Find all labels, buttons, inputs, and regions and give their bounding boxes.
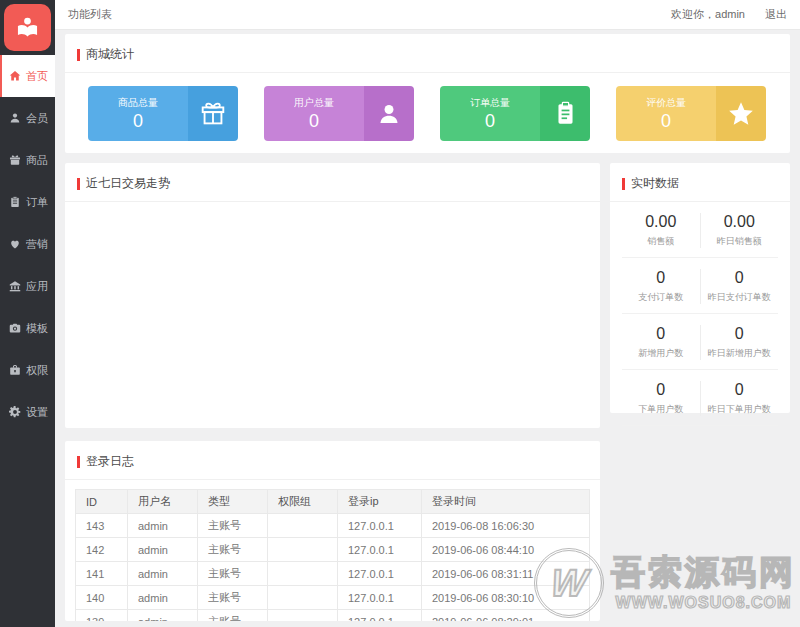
star-icon (716, 86, 766, 141)
stat-card-label: 订单总量 (470, 96, 510, 110)
stat-label: 昨日支付订单数 (701, 291, 779, 304)
column-header: 登录ip (338, 490, 422, 514)
sidebar-item-settings[interactable]: 设置 (0, 391, 55, 433)
realtime-row: 0.00 销售额 0.00 昨日销售额 (622, 202, 778, 258)
topbar-title: 功能列表 (68, 7, 112, 22)
cell-id: 139 (76, 610, 128, 622)
cell-ip: 127.0.0.1 (338, 562, 422, 586)
stat-value: 0 (701, 325, 779, 343)
realtime-panel: 实时数据 0.00 销售额 0.00 昨日销售额 0 支付订单数 (610, 163, 790, 413)
cell-ip: 127.0.0.1 (338, 538, 422, 562)
stat-value: 0 (622, 325, 700, 343)
gear-icon (9, 406, 21, 418)
stat-cards: 商品总量 0 用户总量 0 订单总量 0 (65, 73, 790, 141)
sidebar-item-marketing[interactable]: 营销 (0, 223, 55, 265)
realtime-stat: 0 昨日下单用户数 (701, 381, 779, 416)
cell-id: 141 (76, 562, 128, 586)
realtime-heading: 实时数据 (610, 163, 790, 202)
sidebar-item-label: 首页 (26, 69, 48, 84)
cell-group (268, 586, 338, 610)
table-row: 141 admin 主账号 127.0.0.1 2019-06-06 08:31… (76, 562, 590, 586)
section-marker (77, 49, 80, 61)
cell-group (268, 562, 338, 586)
cell-type: 主账号 (198, 538, 268, 562)
sidebar-item-label: 设置 (26, 405, 48, 420)
sidebar-item-templates[interactable]: 模板 (0, 307, 55, 349)
cell-group (268, 514, 338, 538)
stat-card-reviews[interactable]: 评价总量 0 (616, 86, 766, 141)
trend-chart-panel: 近七日交易走势 (65, 163, 600, 428)
column-header: 权限组 (268, 490, 338, 514)
chart-area (65, 202, 600, 422)
stat-value: 0 (701, 269, 779, 287)
cell-id: 140 (76, 586, 128, 610)
realtime-stat: 0 下单用户数 (622, 381, 701, 416)
sidebar-item-orders[interactable]: 订单 (0, 181, 55, 223)
stat-card-label: 商品总量 (118, 96, 158, 110)
gift-icon (188, 86, 238, 141)
sidebar-item-label: 应用 (26, 279, 48, 294)
stat-card-users[interactable]: 用户总量 0 (264, 86, 414, 141)
cell-username: admin (128, 610, 198, 622)
sidebar-nav: 首页 会员 商品 订单 营销 应用 模板 权限 (0, 55, 55, 433)
content-row: 近七日交易走势 登录日志 ID 用户名 类型 权限组 (65, 163, 790, 621)
sidebar-item-members[interactable]: 会员 (0, 97, 55, 139)
app-logo[interactable] (0, 0, 55, 55)
stat-card-value: 0 (661, 111, 671, 132)
stat-value: 0.00 (622, 213, 700, 231)
welcome-text: 欢迎你，admin (671, 7, 745, 22)
bank-icon (9, 280, 21, 292)
section-marker (622, 178, 625, 190)
sidebar-item-label: 模板 (26, 321, 48, 336)
stat-card-label: 用户总量 (294, 96, 334, 110)
column-header: 登录时间 (422, 490, 590, 514)
stat-card-orders[interactable]: 订单总量 0 (440, 86, 590, 141)
login-log-heading: 登录日志 (65, 441, 600, 480)
table-row: 139 admin 主账号 127.0.0.1 2019-06-06 08:29… (76, 610, 590, 622)
cell-username: admin (128, 514, 198, 538)
column-header: ID (76, 490, 128, 514)
cell-type: 主账号 (198, 586, 268, 610)
stat-card-value: 0 (133, 111, 143, 132)
user-icon (364, 86, 414, 141)
cell-id: 142 (76, 538, 128, 562)
realtime-stat: 0.00 昨日销售额 (701, 213, 779, 248)
sidebar-item-products[interactable]: 商品 (0, 139, 55, 181)
sidebar-item-apps[interactable]: 应用 (0, 265, 55, 307)
clipboard-icon (9, 196, 21, 208)
trend-chart-heading: 近七日交易走势 (65, 163, 600, 202)
cell-id: 143 (76, 514, 128, 538)
gift-icon (9, 154, 21, 166)
column-header: 用户名 (128, 490, 198, 514)
camera-icon (9, 322, 21, 334)
cell-username: admin (128, 586, 198, 610)
cell-time: 2019-06-08 16:06:30 (422, 514, 590, 538)
logout-link[interactable]: 退出 (765, 7, 787, 22)
stat-label: 销售额 (622, 235, 700, 248)
column-header: 类型 (198, 490, 268, 514)
section-title: 商城统计 (86, 46, 134, 63)
realtime-stat: 0 昨日新增用户数 (701, 325, 779, 360)
realtime-row: 0 新增用户数 0 昨日新增用户数 (622, 314, 778, 370)
stat-card-products[interactable]: 商品总量 0 (88, 86, 238, 141)
realtime-stat: 0 新增用户数 (622, 325, 701, 360)
sidebar-item-label: 营销 (26, 237, 48, 252)
sidebar-item-permissions[interactable]: 权限 (0, 349, 55, 391)
main-content: 商城统计 商品总量 0 用户总量 0 (55, 31, 800, 627)
topbar: 功能列表 欢迎你，admin 退出 (55, 0, 800, 30)
section-marker (77, 456, 80, 468)
realtime-row: 0 下单用户数 0 昨日下单用户数 (622, 370, 778, 426)
table-row: 143 admin 主账号 127.0.0.1 2019-06-08 16:06… (76, 514, 590, 538)
stat-card-text: 评价总量 0 (616, 86, 716, 141)
stat-card-value: 0 (485, 111, 495, 132)
stat-label: 下单用户数 (622, 403, 700, 416)
clipboard-icon (540, 86, 590, 141)
home-icon (9, 70, 21, 82)
section-title: 实时数据 (631, 175, 679, 192)
realtime-stat: 0.00 销售额 (622, 213, 701, 248)
sidebar-item-label: 会员 (26, 111, 48, 126)
sidebar-item-label: 权限 (26, 363, 48, 378)
heart-icon (9, 238, 21, 250)
sidebar-item-home[interactable]: 首页 (0, 55, 55, 97)
cell-time: 2019-06-06 08:31:11 (422, 562, 590, 586)
